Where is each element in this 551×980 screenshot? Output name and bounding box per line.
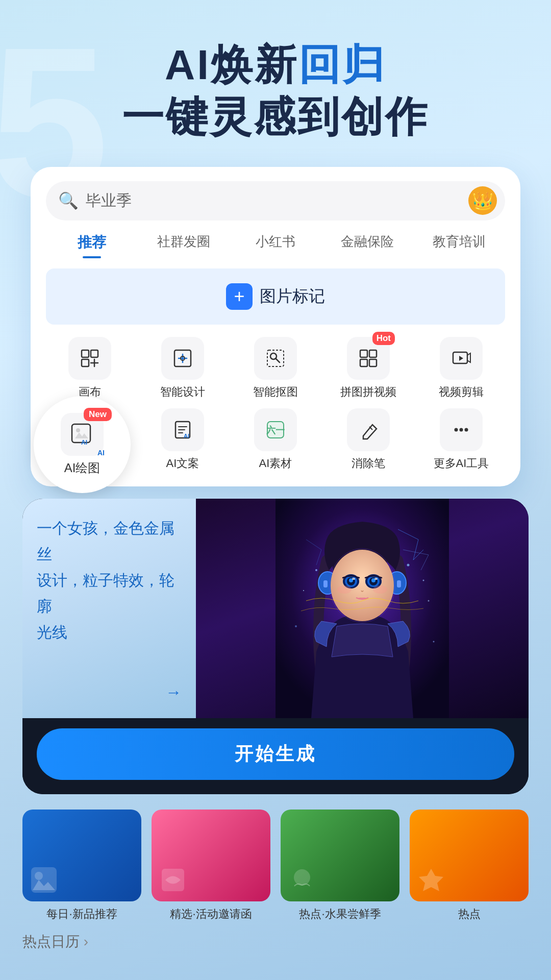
thumb-card-4[interactable]: 热点 — [410, 810, 529, 922]
svg-point-46 — [433, 641, 435, 642]
thumb-label-1: 每日·新品推荐 — [22, 906, 141, 922]
svg-rect-2 — [82, 359, 89, 366]
tool-ai-drawing-label: AI绘图 — [64, 460, 101, 476]
tool-collage-video[interactable]: Hot 拼图拼视频 — [324, 337, 412, 400]
hot-calendar[interactable]: 热点日历 › — [22, 932, 529, 962]
svg-point-47 — [303, 590, 304, 591]
svg-point-51 — [35, 872, 43, 880]
thumb-label-2: 精选·活动邀请函 — [152, 906, 270, 922]
svg-rect-10 — [369, 359, 377, 366]
add-image-banner[interactable]: + 图片标记 — [46, 268, 505, 325]
tool-smart-cutout-icon — [254, 337, 297, 380]
thumb-label-4: 热点 — [410, 906, 529, 922]
svg-text:六一: 六一 — [266, 425, 285, 435]
tab-recommended[interactable]: 推荐 — [46, 233, 138, 258]
search-bar[interactable]: 🔍 毕业季 📷 👑 — [46, 181, 505, 220]
ai-prompt-text: 一个女孩，金色金属丝设计，粒子特效，轮廓光线 — [37, 515, 182, 645]
crown-icon: 👑 — [472, 190, 493, 211]
svg-rect-9 — [360, 359, 367, 366]
tool-video-edit[interactable]: 视频剪辑 — [417, 337, 505, 400]
svg-point-45 — [295, 625, 297, 627]
tool-eraser-label: 消除笔 — [352, 456, 385, 471]
thumb-image-1 — [22, 810, 141, 901]
tool-ai-material[interactable]: 六一 AI素材 — [232, 408, 319, 471]
svg-point-40 — [337, 585, 352, 594]
svg-rect-27 — [323, 580, 328, 587]
tool-canvas[interactable]: 画布 — [46, 337, 134, 400]
anime-character-svg — [196, 499, 529, 718]
bottom-section: 每日·新品推荐 精选·活动邀请函 热点·水果尝鲜季 — [0, 810, 551, 962]
app-card: 🔍 毕业季 📷 👑 推荐 社群发圈 小红书 金融保险 教育培训 + 图片标记 — [31, 167, 520, 486]
thumbnail-row: 每日·新品推荐 精选·活动邀请函 热点·水果尝鲜季 — [22, 810, 529, 922]
svg-point-43 — [407, 564, 410, 566]
svg-rect-28 — [397, 580, 401, 587]
tool-ai-copy-label: AI文案 — [166, 456, 199, 471]
tool-smart-cutout-label: 智能抠图 — [253, 385, 298, 400]
hero-title-line2: 一键灵感到创作 — [0, 93, 551, 141]
search-icon: 🔍 — [58, 191, 79, 210]
tool-ai-copy-icon: AI — [161, 408, 204, 451]
tab-finance[interactable]: 金融保险 — [321, 233, 413, 258]
thumb-card-2[interactable]: 精选·活动邀请函 — [152, 810, 270, 922]
tool-smart-design-icon — [161, 337, 204, 380]
generate-button[interactable]: 开始生成 — [37, 728, 514, 780]
add-image-button[interactable]: + — [226, 283, 253, 310]
svg-rect-1 — [91, 350, 98, 357]
svg-point-13 — [76, 428, 80, 432]
hot-calendar-text: 热点日历 — [22, 934, 80, 949]
tool-eraser-icon — [347, 408, 390, 451]
svg-point-53 — [294, 869, 310, 886]
generate-button-wrap: 开始生成 — [22, 718, 529, 794]
hero-section: AI焕新回归 一键灵感到创作 — [0, 0, 551, 141]
tab-education[interactable]: 教育培训 — [413, 233, 505, 258]
tool-ai-copy[interactable]: AI AI文案 — [139, 408, 227, 471]
tool-video-edit-label: 视频剪辑 — [439, 385, 484, 400]
svg-point-29 — [331, 550, 394, 621]
tool-smart-design[interactable]: 智能设计 — [139, 337, 227, 400]
svg-point-19 — [455, 428, 458, 432]
arrow-indicator: → — [37, 683, 182, 702]
tool-more-ai[interactable]: 更多AI工具 — [417, 408, 505, 471]
tool-collage-video-icon: Hot — [347, 337, 390, 380]
ai-prompt-box: 一个女孩，金色金属丝设计，粒子特效，轮廓光线 → — [22, 499, 196, 718]
tool-eraser[interactable]: 消除笔 — [324, 408, 412, 471]
crown-badge[interactable]: 👑 — [468, 186, 497, 215]
tool-canvas-icon — [68, 337, 111, 380]
hot-calendar-arrow: › — [80, 934, 88, 949]
svg-point-42 — [315, 569, 317, 571]
new-badge: New — [84, 408, 112, 421]
tab-social[interactable]: 社群发圈 — [138, 233, 230, 258]
svg-rect-7 — [360, 350, 367, 357]
tabs-row: 推荐 社群发圈 小红书 金融保险 教育培训 — [46, 233, 505, 258]
thumb-card-1[interactable]: 每日·新品推荐 — [22, 810, 141, 922]
tool-more-ai-label: 更多AI工具 — [434, 456, 489, 471]
svg-point-44 — [428, 600, 430, 601]
thumb-image-3 — [281, 810, 399, 901]
thumb-card-3[interactable]: 热点·水果尝鲜季 — [281, 810, 399, 922]
tool-smart-design-label: 智能设计 — [160, 385, 205, 400]
svg-text:AI: AI — [81, 439, 87, 446]
svg-rect-8 — [369, 350, 377, 357]
tool-ai-material-icon: 六一 — [254, 408, 297, 451]
tool-more-ai-icon — [440, 408, 483, 451]
tool-smart-cutout[interactable]: 智能抠图 — [232, 337, 319, 400]
ai-generation-panel: 一个女孩，金色金属丝设计，粒子特效，轮廓光线 → — [22, 499, 529, 794]
ai-image-display — [196, 499, 529, 718]
hero-title-line1: AI焕新回归 — [0, 41, 551, 89]
search-input-display: 毕业季 — [86, 190, 472, 211]
thumb-image-2 — [152, 810, 270, 901]
svg-point-41 — [373, 585, 387, 594]
tool-video-edit-icon — [440, 337, 483, 380]
tool-ai-material-label: AI素材 — [259, 456, 292, 471]
svg-point-34 — [352, 578, 355, 580]
tool-ai-drawing-icon-wrap: AI AI New — [61, 413, 104, 456]
svg-point-39 — [374, 578, 378, 580]
ai-drawing-circle[interactable]: AI AI New AI绘图 — [34, 396, 131, 493]
tool-grid: 画布 智能设计 智能抠图 — [46, 337, 505, 471]
ai-gen-content: 一个女孩，金色金属丝设计，粒子特效，轮廓光线 → — [22, 499, 529, 718]
svg-point-20 — [460, 428, 463, 432]
svg-point-21 — [465, 428, 468, 432]
tool-ai-drawing-container: AI AI New AI绘图 — [46, 408, 134, 471]
tab-xiaohongshu[interactable]: 小红书 — [230, 233, 321, 258]
svg-point-48 — [423, 579, 424, 581]
